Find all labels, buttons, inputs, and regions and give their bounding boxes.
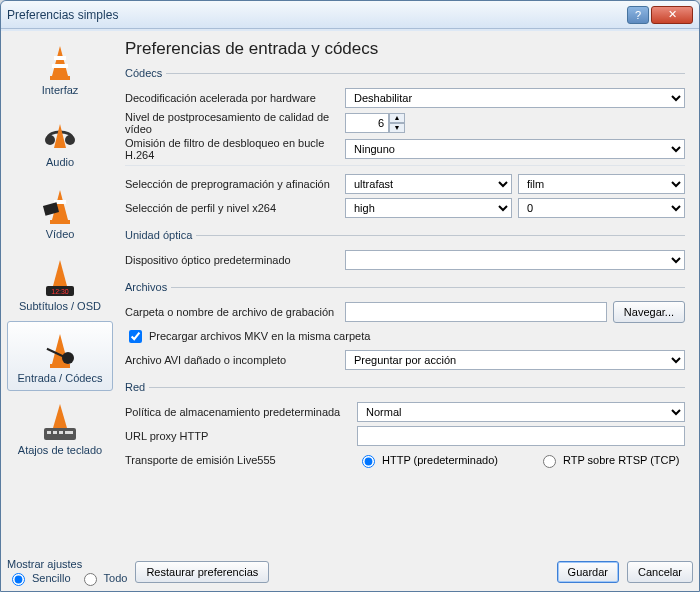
main-panel: Preferencias de entrada y códecs Códecs … bbox=[117, 33, 693, 559]
optical-legend: Unidad óptica bbox=[125, 229, 196, 241]
preload-checkbox-row[interactable]: Precargar archivos MKV en la misma carpe… bbox=[125, 327, 370, 346]
show-settings-group: Mostrar ajustes Sencillo Todo bbox=[7, 558, 127, 586]
headphones-cone-icon bbox=[38, 110, 82, 154]
content-area: Interfaz Audio Vídeo 12:30 Subtítulos / … bbox=[1, 29, 699, 559]
osd-cone-icon: 12:30 bbox=[38, 254, 82, 298]
reset-button[interactable]: Restaurar preferencias bbox=[135, 561, 269, 583]
window-title: Preferencias simples bbox=[7, 8, 627, 22]
network-legend: Red bbox=[125, 381, 149, 393]
svg-marker-18 bbox=[53, 404, 67, 428]
titlebar: Preferencias simples ? ✕ bbox=[1, 1, 699, 29]
tune-select[interactable]: film bbox=[518, 174, 685, 194]
optical-group: Unidad óptica Dispositivo óptico predete… bbox=[125, 229, 685, 275]
svg-rect-8 bbox=[50, 220, 70, 224]
proxy-input[interactable] bbox=[357, 426, 685, 446]
svg-text:12:30: 12:30 bbox=[51, 288, 69, 295]
preload-checkbox[interactable] bbox=[129, 330, 142, 343]
cone-icon bbox=[38, 38, 82, 82]
sidebar-item-label: Vídeo bbox=[10, 228, 110, 240]
spin-down-icon[interactable]: ▼ bbox=[389, 123, 405, 133]
cache-select[interactable]: Normal bbox=[357, 402, 685, 422]
browse-button[interactable]: Navegar... bbox=[613, 301, 685, 323]
svg-point-16 bbox=[62, 352, 74, 364]
recfolder-input[interactable] bbox=[345, 302, 607, 322]
input-cone-icon bbox=[38, 326, 82, 370]
sidebar-item-label: Entrada / Códecs bbox=[10, 372, 110, 384]
svg-point-4 bbox=[45, 135, 55, 145]
avi-select[interactable]: Preguntar por acción bbox=[345, 350, 685, 370]
proxy-label: URL proxy HTTP bbox=[125, 430, 357, 442]
live555-http-radio[interactable]: HTTP (predeterminado) bbox=[357, 452, 498, 468]
svg-rect-2 bbox=[54, 56, 66, 60]
film-cone-icon bbox=[38, 182, 82, 226]
footer: Mostrar ajustes Sencillo Todo Restaurar … bbox=[7, 559, 693, 585]
svg-marker-11 bbox=[53, 260, 67, 286]
optical-device-select[interactable] bbox=[345, 250, 685, 270]
network-group: Red Política de almacenamiento predeterm… bbox=[125, 381, 685, 475]
preset-select[interactable]: ultrafast bbox=[345, 174, 512, 194]
view-simple-radio[interactable]: Sencillo bbox=[7, 570, 71, 586]
preprog-label: Selección de preprogramación y afinación bbox=[125, 178, 345, 190]
sidebar: Interfaz Audio Vídeo 12:30 Subtítulos / … bbox=[7, 33, 113, 559]
cache-label: Política de almacenamiento predeterminad… bbox=[125, 406, 357, 418]
view-all-radio[interactable]: Todo bbox=[79, 570, 128, 586]
sidebar-item-input-codecs[interactable]: Entrada / Códecs bbox=[7, 321, 113, 391]
svg-rect-1 bbox=[50, 76, 70, 80]
sidebar-item-subtitles[interactable]: 12:30 Subtítulos / OSD bbox=[7, 249, 113, 319]
recfolder-label: Carpeta o nombre de archivo de grabación bbox=[125, 306, 345, 318]
preload-label: Precargar archivos MKV en la misma carpe… bbox=[149, 330, 370, 342]
postproc-label: Nivel de postprocesamiento de calidad de… bbox=[125, 111, 345, 135]
show-settings-label: Mostrar ajustes bbox=[7, 558, 127, 570]
help-button[interactable]: ? bbox=[627, 6, 649, 24]
x264-label: Selección de perfil y nivel x264 bbox=[125, 202, 345, 214]
svg-rect-23 bbox=[65, 431, 73, 434]
postproc-input[interactable] bbox=[345, 113, 389, 133]
hwdecode-label: Decodificación acelerada por hardware bbox=[125, 92, 345, 104]
avi-label: Archivo AVI dañado o incompleto bbox=[125, 354, 345, 366]
keyboard-cone-icon bbox=[38, 398, 82, 442]
h264loop-label: Omisión de filtro de desbloqueo en bucle… bbox=[125, 137, 345, 161]
svg-rect-3 bbox=[52, 64, 68, 68]
preferences-window: Preferencias simples ? ✕ Interfaz Audio bbox=[0, 0, 700, 592]
hwdecode-select[interactable]: Deshabilitar bbox=[345, 88, 685, 108]
files-legend: Archivos bbox=[125, 281, 171, 293]
sidebar-item-label: Interfaz bbox=[10, 84, 110, 96]
x264-level-select[interactable]: 0 bbox=[518, 198, 685, 218]
svg-rect-22 bbox=[59, 431, 63, 434]
sidebar-item-hotkeys[interactable]: Atajos de teclado bbox=[7, 393, 113, 463]
live555-rtp-radio[interactable]: RTP sobre RTSP (TCP) bbox=[538, 452, 680, 468]
h264loop-select[interactable]: Ninguno bbox=[345, 139, 685, 159]
window-buttons: ? ✕ bbox=[627, 6, 693, 24]
sidebar-item-label: Atajos de teclado bbox=[10, 444, 110, 456]
sidebar-item-audio[interactable]: Audio bbox=[7, 105, 113, 175]
files-group: Archivos Carpeta o nombre de archivo de … bbox=[125, 281, 685, 375]
svg-marker-0 bbox=[52, 46, 68, 76]
sidebar-item-interface[interactable]: Interfaz bbox=[7, 33, 113, 103]
svg-marker-6 bbox=[54, 124, 66, 148]
svg-rect-15 bbox=[50, 364, 70, 368]
codecs-legend: Códecs bbox=[125, 67, 166, 79]
optical-device-label: Dispositivo óptico predeterminado bbox=[125, 254, 345, 266]
svg-rect-20 bbox=[47, 431, 51, 434]
spin-up-icon[interactable]: ▲ bbox=[389, 113, 405, 123]
sidebar-item-label: Audio bbox=[10, 156, 110, 168]
save-button[interactable]: Guardar bbox=[557, 561, 619, 583]
x264-profile-select[interactable]: high bbox=[345, 198, 512, 218]
close-button[interactable]: ✕ bbox=[651, 6, 693, 24]
postproc-spinner[interactable]: ▲ ▼ bbox=[345, 113, 407, 133]
svg-rect-21 bbox=[53, 431, 57, 434]
svg-point-5 bbox=[65, 135, 75, 145]
live555-label: Transporte de emisión Live555 bbox=[125, 454, 357, 466]
codecs-group: Códecs Decodificación acelerada por hard… bbox=[125, 67, 685, 223]
sidebar-item-label: Subtítulos / OSD bbox=[10, 300, 110, 312]
sidebar-item-video[interactable]: Vídeo bbox=[7, 177, 113, 247]
cancel-button[interactable]: Cancelar bbox=[627, 561, 693, 583]
page-title: Preferencias de entrada y códecs bbox=[125, 39, 685, 59]
